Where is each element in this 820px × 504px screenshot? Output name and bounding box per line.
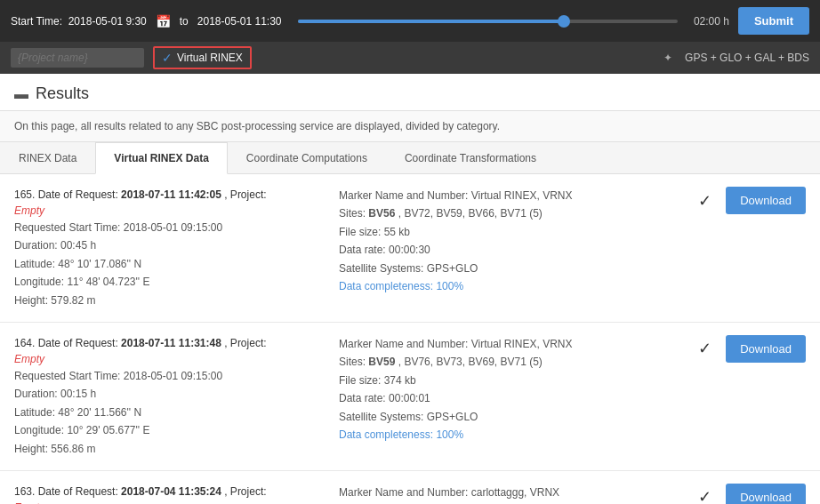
result-left-3: 163. Date of Request: 2018-07-04 11:35:2… <box>14 484 321 504</box>
result-duration-2: Duration: 00:15 h <box>14 388 96 400</box>
result-filesize-2: File size: 374 kb <box>339 374 416 387</box>
time-slider[interactable] <box>291 20 685 23</box>
results-icon: ▬ <box>14 86 28 102</box>
check-icon-1: ✓ <box>698 191 711 211</box>
table-row: 164. Date of Request: 2018-07-11 11:31:4… <box>0 323 820 471</box>
result-title-prefix-1: 165. Date of Request: <box>14 188 118 201</box>
table-row: 163. Date of Request: 2018-07-04 11:35:2… <box>0 471 820 504</box>
submit-button[interactable]: Submit <box>738 7 809 35</box>
result-title-prefix-2: 164. Date of Request: <box>14 337 118 349</box>
result-satellite-2: Satellite Systems: GPS+GLO <box>339 411 478 423</box>
result-longitude-1: Longitude: 11° 48' 04.723'' E <box>14 276 149 288</box>
result-height-1: Height: 579.82 m <box>14 294 95 307</box>
result-sites-rest-2: , BV76, BV73, BV69, BV71 (5) <box>398 356 543 368</box>
to-label: to <box>180 15 189 28</box>
result-height-2: Height: 556.86 m <box>14 443 95 455</box>
tab-coordinate-computations[interactable]: Coordinate Computations <box>228 142 386 173</box>
download-button-3[interactable]: Download <box>726 484 806 504</box>
start-time-value: 2018-05-01 9:30 <box>68 15 147 28</box>
result-completeness-2: Data completeness: 100% <box>339 428 463 441</box>
download-button-2[interactable]: Download <box>726 335 806 363</box>
result-datarate-2: Data rate: 00:00:01 <box>339 392 430 404</box>
result-right-1: Marker Name and Number: Virtual RINEX, V… <box>339 187 646 295</box>
gps-systems-label: GPS + GLO + GAL + BDS <box>685 52 809 64</box>
page-title: Results <box>36 84 89 103</box>
tabs-container: RINEX Data Virtual RINEX Data Coordinate… <box>0 142 820 174</box>
page-description: On this page, all results related to any… <box>0 111 820 142</box>
result-project-label-1: , Project: <box>224 188 266 201</box>
download-button-1[interactable]: Download <box>726 187 806 214</box>
virtual-rinex-label: Virtual RINEX <box>177 52 243 64</box>
result-date-2: 2018-07-11 11:31:48 <box>121 337 221 349</box>
result-marker-2: Marker Name and Number: Virtual RINEX, V… <box>339 338 573 350</box>
end-time-value: 2018-05-01 11:30 <box>197 15 282 28</box>
result-sites-label-1: Sites: <box>339 207 366 220</box>
result-date-3: 2018-07-04 11:35:24 <box>121 485 221 498</box>
result-sites-label-2: Sites: <box>339 356 366 368</box>
tab-coordinate-transformations[interactable]: Coordinate Transformations <box>386 142 555 173</box>
duration-label: 02:00 h <box>694 15 729 28</box>
table-row: 165. Date of Request: 2018-07-11 11:42:0… <box>0 174 820 323</box>
calendar-icon[interactable]: 📅 <box>156 14 171 28</box>
result-right-3: Marker Name and Number: carlottaggg, VRN… <box>339 484 646 504</box>
result-sites-rest-1: , BV72, BV59, BV66, BV71 (5) <box>398 207 543 220</box>
result-completeness-1: Data completeness: 100% <box>339 280 463 292</box>
result-project-label-2: , Project: <box>224 337 266 349</box>
checkbox-icon: ✓ <box>162 51 173 65</box>
result-marker-3: Marker Name and Number: carlottaggg, VRN… <box>339 486 559 499</box>
result-title-prefix-3: 163. Date of Request: <box>14 485 118 498</box>
result-actions-1: ✓ Download <box>663 187 806 214</box>
result-date-1: 2018-07-11 11:42:05 <box>121 188 221 201</box>
project-name-input[interactable] <box>11 48 144 68</box>
satellite-icon: ✦ <box>663 52 672 64</box>
result-longitude-2: Longitude: 10° 29' 05.677'' E <box>14 424 149 436</box>
result-left-1: 165. Date of Request: 2018-07-11 11:42:0… <box>14 187 321 309</box>
tab-rinex-data[interactable]: RINEX Data <box>0 142 95 173</box>
check-icon-3: ✓ <box>698 487 711 504</box>
result-filesize-1: File size: 55 kb <box>339 226 410 238</box>
result-start-1: Requested Start Time: 2018-05-01 09:15:0… <box>14 221 222 234</box>
result-latitude-1: Latitude: 48° 10' 17.086'' N <box>14 258 141 270</box>
results-list: 165. Date of Request: 2018-07-11 11:42:0… <box>0 174 820 504</box>
virtual-rinex-toggle[interactable]: ✓ Virtual RINEX <box>153 46 252 69</box>
result-sites-bold-1: BV56 <box>368 207 395 220</box>
start-time-label: Start Time: 2018-05-01 9:30 <box>11 15 147 28</box>
result-marker-1: Marker Name and Number: Virtual RINEX, V… <box>339 189 573 202</box>
result-actions-3: ✓ Download <box>663 484 806 504</box>
result-sites-bold-2: BV59 <box>368 356 395 368</box>
result-start-2: Requested Start Time: 2018-05-01 09:15:0… <box>14 370 222 382</box>
result-actions-2: ✓ Download <box>663 335 806 363</box>
check-icon-2: ✓ <box>698 339 711 358</box>
result-project-value-2: Empty <box>14 353 44 365</box>
result-project-value-1: Empty <box>14 204 44 217</box>
result-datarate-1: Data rate: 00:00:30 <box>339 244 430 256</box>
result-satellite-1: Satellite Systems: GPS+GLO <box>339 262 478 275</box>
result-latitude-2: Latitude: 48° 20' 11.566'' N <box>14 406 141 419</box>
tab-virtual-rinex-data[interactable]: Virtual RINEX Data <box>95 142 227 174</box>
result-right-2: Marker Name and Number: Virtual RINEX, V… <box>339 335 646 444</box>
result-duration-1: Duration: 00:45 h <box>14 239 96 252</box>
result-left-2: 164. Date of Request: 2018-07-11 11:31:4… <box>14 335 321 458</box>
result-project-label-3: , Project: <box>224 485 266 498</box>
